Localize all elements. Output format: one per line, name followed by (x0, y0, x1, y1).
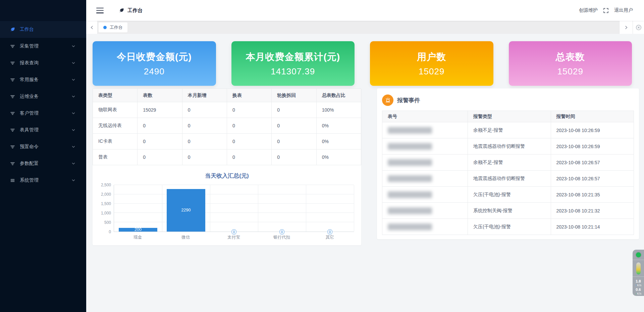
filter-icon (10, 111, 15, 116)
tabs-scroll-left-icon[interactable] (86, 21, 98, 34)
meter-table-row: 物联网表15029000100% (93, 102, 361, 118)
stat-card-1: 本月收费金额累计(元)141307.39 (231, 41, 355, 86)
chart-bar-value-label: 2290 (181, 208, 191, 212)
meter-column-header: 轮换拆回 (272, 89, 316, 102)
maintainer-link[interactable]: 创源维护 (579, 7, 598, 13)
masked-meter-number (388, 224, 432, 230)
sidebar-item-label: 常用服务 (20, 77, 39, 83)
net-gauge-section (633, 260, 644, 276)
sidebar-item-8[interactable]: 参数配置 (0, 155, 86, 172)
chart-x-tick-label: 支付宝 (210, 235, 258, 240)
sidebar-item-9[interactable]: 系统管理 (0, 172, 86, 189)
alarm-table-body: 余额不足-报警2023-10-08 10:26:59地震震感器动作切断报警202… (382, 122, 634, 235)
meter-cell: IC卡表 (93, 134, 138, 149)
meter-column-header: 表类型 (93, 89, 138, 102)
tab-workbench[interactable]: 工作台 (99, 22, 127, 33)
chart-y-tick-label: 500 (104, 220, 111, 225)
stat-cards-row: 今日收费金额(元)2490本月收费金额累计(元)141307.39用户数1502… (93, 41, 632, 86)
sidebar-item-label: 报表查询 (20, 60, 39, 66)
chart-y-tick-label: 1,500 (101, 201, 111, 206)
sidebar-item-1[interactable]: 采集管理 (0, 38, 86, 55)
alarm-column-header: 表号 (382, 111, 468, 122)
main-area: 工作台 创源维护 退出用户 工作台 (86, 0, 644, 312)
menu-lines-icon (10, 178, 15, 183)
chart-gridline-v (354, 185, 354, 232)
filter-icon (10, 44, 15, 49)
meter-cell: 0 (138, 149, 182, 165)
alarm-time-cell: 2023-10-08 10:26:59 (551, 138, 634, 154)
alarm-type-cell: 余额不足-报警 (468, 154, 551, 171)
chart-zero-value-label: 0 (327, 229, 333, 235)
alarm-table-row: 余额不足-报警2023-10-08 10:26:57 (382, 154, 634, 171)
daily-income-chart: 当天收入汇总(元) 2002290000 05001,0001,5002,000… (93, 172, 361, 240)
alarm-table: 表号报警类型报警时间 余额不足-报警2023-10-08 10:26:59地震震… (382, 111, 634, 235)
content-columns: 表类型表数本月新增换表轮换拆回总表数占比 物联网表15029000100%无线远… (93, 88, 639, 245)
filter-icon (10, 77, 15, 82)
net-speed-section: 1.8 ↑K/s 0.6 ↓K/s (633, 276, 644, 297)
alarm-type-cell: 系统控制关阀-报警 (468, 203, 551, 219)
stat-card-title: 本月收费金额累计(元) (246, 51, 340, 63)
sidebar-item-label: 采集管理 (20, 43, 39, 49)
page-title: 工作台 (127, 7, 143, 14)
meter-cell: 100% (316, 102, 361, 118)
meter-cell: 0 (272, 134, 316, 149)
meter-cell: 0 (272, 118, 316, 134)
download-speed-value: 0.6 (636, 287, 641, 292)
sidebar-item-0[interactable]: 工作台 (0, 21, 86, 38)
meter-table-row: IC卡表00000% (93, 134, 361, 149)
sidebar-item-6[interactable]: 表具管理 (0, 122, 86, 138)
chart-y-tick-label: 0 (109, 230, 111, 234)
alarm-table-row: 欠压(干电池)-报警2023-10-08 10:21:35 (382, 187, 634, 203)
stat-card-title: 今日收费金额(元) (117, 51, 192, 63)
chart-y-tick-label: 2,000 (101, 192, 111, 197)
chart-x-axis-labels: 现金微信支付宝银行代扣其它 (114, 235, 354, 240)
alarm-type-cell: 余额不足-报警 (468, 122, 551, 138)
stat-card-value: 15029 (419, 66, 444, 77)
meter-cell: 0 (227, 102, 271, 118)
alarm-type-cell: 地震震感器动作切断报警 (468, 138, 551, 154)
alarm-meter-no-cell (382, 122, 468, 138)
alarm-meter-no-cell (382, 171, 468, 187)
sidebar-item-2[interactable]: 报表查询 (0, 55, 86, 71)
alarm-table-head: 表号报警类型报警时间 (382, 111, 634, 122)
alarm-time-cell: 2023-10-08 10:21:32 (551, 203, 634, 219)
logout-link[interactable]: 退出用户 (614, 7, 633, 13)
alarm-time-cell: 2023-10-08 10:26:57 (551, 154, 634, 171)
sidebar-item-4[interactable]: 运维业务 (0, 88, 86, 105)
sidebar-item-label: 客户管理 (20, 110, 39, 116)
meter-column-header: 换表 (227, 89, 271, 102)
meter-cell: 0% (316, 118, 361, 134)
meter-table-row: 普表00000% (93, 149, 361, 165)
fullscreen-icon[interactable] (603, 8, 609, 13)
stat-card-value: 141307.39 (271, 66, 315, 77)
meter-cell: 0% (316, 134, 361, 149)
sidebar-item-5[interactable]: 客户管理 (0, 105, 86, 122)
meter-column-header: 本月新增 (182, 89, 227, 102)
stat-card-value: 15029 (557, 66, 583, 77)
meter-column-header: 表数 (138, 89, 182, 102)
meter-cell: 15029 (138, 102, 182, 118)
alarm-type-cell: 欠压(干电池)-报警 (468, 187, 551, 203)
filter-icon (10, 60, 15, 66)
net-speed-widget[interactable]: 1.8 ↑K/s 0.6 ↓K/s (633, 250, 644, 296)
sidebar-item-label: 系统管理 (20, 177, 39, 183)
sidebar-item-3[interactable]: 常用服务 (0, 71, 86, 88)
stat-card-0: 今日收费金额(元)2490 (93, 41, 216, 86)
meter-table-row: 无线远传表00000% (93, 118, 361, 134)
meter-cell: 0 (138, 118, 182, 134)
topbar: 工作台 创源维护 退出用户 (86, 0, 644, 21)
menu-collapse-icon[interactable] (96, 8, 104, 13)
alarm-bell-icon (382, 95, 393, 106)
alarm-meter-no-cell (382, 187, 468, 203)
chevron-down-icon (71, 44, 75, 48)
masked-meter-number (388, 175, 432, 182)
alarm-type-cell: 欠压(干电池)-报警 (468, 219, 551, 235)
sidebar-item-label: 表具管理 (20, 127, 39, 133)
alarm-time-cell: 2023-10-08 10:21:14 (551, 219, 634, 235)
sidebar-item-7[interactable]: 预置命令 (0, 138, 86, 155)
tabbar: 工作台 (86, 21, 644, 34)
alarm-table-row: 地震震感器动作切断报警2023-10-08 10:26:57 (382, 171, 634, 187)
tabs-scroll-right-icon[interactable] (619, 21, 633, 34)
tabs-close-icon[interactable] (633, 21, 644, 34)
stat-card-value: 2490 (144, 66, 165, 77)
